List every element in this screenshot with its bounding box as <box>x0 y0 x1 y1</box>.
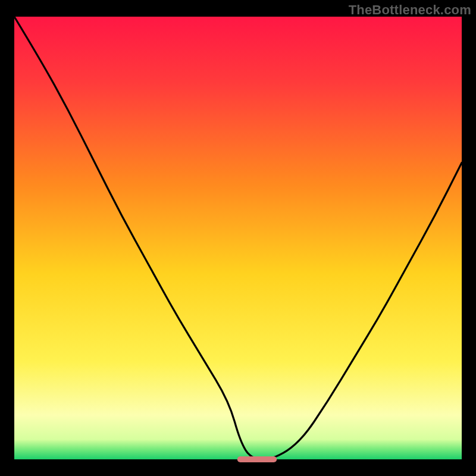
plot-area <box>14 17 462 459</box>
bottleneck-chart <box>0 0 476 476</box>
chart-container: TheBottleneck.com <box>0 0 476 476</box>
watermark-text: TheBottleneck.com <box>349 2 471 18</box>
